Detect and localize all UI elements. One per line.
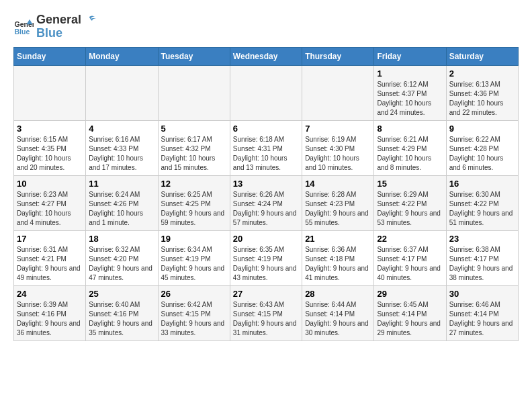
day-number: 12 <box>161 179 227 189</box>
logo-icon: General Blue <box>13 17 34 37</box>
weekday-header-saturday: Saturday <box>446 47 518 65</box>
calendar-day-4: 4Sunrise: 6:16 AM Sunset: 4:33 PM Daylig… <box>86 120 158 175</box>
day-number: 6 <box>233 124 299 134</box>
day-number: 5 <box>161 124 227 134</box>
day-info: Sunrise: 6:44 AM Sunset: 4:14 PM Dayligh… <box>305 300 371 338</box>
day-number: 1 <box>377 68 443 79</box>
day-number: 29 <box>377 289 443 299</box>
day-number: 14 <box>305 179 371 189</box>
calendar-day-27: 27Sunrise: 6:43 AM Sunset: 4:15 PM Dayli… <box>230 285 302 340</box>
calendar-empty-cell <box>158 65 230 120</box>
day-number: 27 <box>233 289 299 299</box>
day-info: Sunrise: 6:29 AM Sunset: 4:22 PM Dayligh… <box>377 190 443 228</box>
calendar-day-10: 10Sunrise: 6:23 AM Sunset: 4:27 PM Dayli… <box>14 175 86 230</box>
weekday-header-row: SundayMondayTuesdayWednesdayThursdayFrid… <box>14 47 519 65</box>
calendar-day-11: 11Sunrise: 6:24 AM Sunset: 4:26 PM Dayli… <box>86 175 158 230</box>
day-number: 25 <box>89 289 154 299</box>
day-number: 18 <box>89 234 154 244</box>
day-info: Sunrise: 6:19 AM Sunset: 4:30 PM Dayligh… <box>305 135 371 173</box>
calendar-body: 1Sunrise: 6:12 AM Sunset: 4:37 PM Daylig… <box>14 65 519 340</box>
svg-text:Blue: Blue <box>15 27 30 35</box>
day-info: Sunrise: 6:17 AM Sunset: 4:32 PM Dayligh… <box>161 135 227 173</box>
logo-blue: Blue <box>36 27 96 40</box>
day-number: 24 <box>17 289 83 299</box>
calendar-empty-cell <box>302 65 374 120</box>
day-info: Sunrise: 6:36 AM Sunset: 4:18 PM Dayligh… <box>305 245 371 283</box>
calendar-day-9: 9Sunrise: 6:22 AM Sunset: 4:28 PM Daylig… <box>446 120 518 175</box>
day-number: 21 <box>305 234 371 244</box>
day-number: 4 <box>89 124 154 134</box>
day-info: Sunrise: 6:21 AM Sunset: 4:29 PM Dayligh… <box>377 135 443 173</box>
day-number: 10 <box>17 179 83 189</box>
logo-bird-icon <box>83 15 96 26</box>
calendar-empty-cell <box>230 65 302 120</box>
calendar-day-12: 12Sunrise: 6:25 AM Sunset: 4:25 PM Dayli… <box>158 175 230 230</box>
day-info: Sunrise: 6:25 AM Sunset: 4:25 PM Dayligh… <box>161 190 227 228</box>
calendar-day-8: 8Sunrise: 6:21 AM Sunset: 4:29 PM Daylig… <box>374 120 446 175</box>
calendar-day-23: 23Sunrise: 6:38 AM Sunset: 4:17 PM Dayli… <box>446 230 518 285</box>
day-info: Sunrise: 6:23 AM Sunset: 4:27 PM Dayligh… <box>17 190 83 228</box>
calendar-day-30: 30Sunrise: 6:46 AM Sunset: 4:14 PM Dayli… <box>446 285 518 340</box>
day-info: Sunrise: 6:42 AM Sunset: 4:15 PM Dayligh… <box>161 300 227 338</box>
day-number: 16 <box>449 179 515 189</box>
day-number: 30 <box>449 289 515 299</box>
day-info: Sunrise: 6:28 AM Sunset: 4:23 PM Dayligh… <box>305 190 371 228</box>
calendar-day-26: 26Sunrise: 6:42 AM Sunset: 4:15 PM Dayli… <box>158 285 230 340</box>
day-info: Sunrise: 6:37 AM Sunset: 4:17 PM Dayligh… <box>377 245 443 283</box>
calendar-day-16: 16Sunrise: 6:30 AM Sunset: 4:22 PM Dayli… <box>446 175 518 230</box>
day-info: Sunrise: 6:16 AM Sunset: 4:33 PM Dayligh… <box>89 135 154 173</box>
calendar-day-24: 24Sunrise: 6:39 AM Sunset: 4:16 PM Dayli… <box>14 285 86 340</box>
day-number: 22 <box>377 234 443 244</box>
day-info: Sunrise: 6:34 AM Sunset: 4:19 PM Dayligh… <box>161 245 227 283</box>
calendar-header: SundayMondayTuesdayWednesdayThursdayFrid… <box>14 47 519 65</box>
day-info: Sunrise: 6:26 AM Sunset: 4:24 PM Dayligh… <box>233 190 299 228</box>
day-info: Sunrise: 6:45 AM Sunset: 4:14 PM Dayligh… <box>377 300 443 338</box>
calendar-week-row: 17Sunrise: 6:31 AM Sunset: 4:21 PM Dayli… <box>14 230 519 285</box>
day-info: Sunrise: 6:43 AM Sunset: 4:15 PM Dayligh… <box>233 300 299 338</box>
calendar-day-19: 19Sunrise: 6:34 AM Sunset: 4:19 PM Dayli… <box>158 230 230 285</box>
calendar-day-14: 14Sunrise: 6:28 AM Sunset: 4:23 PM Dayli… <box>302 175 374 230</box>
logo: General Blue General Blue <box>13 13 96 40</box>
weekday-header-tuesday: Tuesday <box>158 47 230 65</box>
calendar-day-17: 17Sunrise: 6:31 AM Sunset: 4:21 PM Dayli… <box>14 230 86 285</box>
day-info: Sunrise: 6:24 AM Sunset: 4:26 PM Dayligh… <box>89 190 154 228</box>
day-info: Sunrise: 6:18 AM Sunset: 4:31 PM Dayligh… <box>233 135 299 173</box>
day-number: 23 <box>449 234 515 244</box>
day-number: 13 <box>233 179 299 189</box>
day-info: Sunrise: 6:40 AM Sunset: 4:16 PM Dayligh… <box>89 300 154 338</box>
calendar-day-6: 6Sunrise: 6:18 AM Sunset: 4:31 PM Daylig… <box>230 120 302 175</box>
day-number: 8 <box>377 124 443 134</box>
day-number: 28 <box>305 289 371 299</box>
calendar-week-row: 24Sunrise: 6:39 AM Sunset: 4:16 PM Dayli… <box>14 285 519 340</box>
day-info: Sunrise: 6:39 AM Sunset: 4:16 PM Dayligh… <box>17 300 83 338</box>
day-info: Sunrise: 6:13 AM Sunset: 4:36 PM Dayligh… <box>449 80 515 118</box>
weekday-header-wednesday: Wednesday <box>230 47 302 65</box>
day-info: Sunrise: 6:46 AM Sunset: 4:14 PM Dayligh… <box>449 300 515 338</box>
day-number: 15 <box>377 179 443 189</box>
day-number: 9 <box>449 124 515 134</box>
calendar-day-21: 21Sunrise: 6:36 AM Sunset: 4:18 PM Dayli… <box>302 230 374 285</box>
calendar-day-1: 1Sunrise: 6:12 AM Sunset: 4:37 PM Daylig… <box>374 65 446 120</box>
calendar-empty-cell <box>14 65 86 120</box>
calendar-day-28: 28Sunrise: 6:44 AM Sunset: 4:14 PM Dayli… <box>302 285 374 340</box>
day-number: 20 <box>233 234 299 244</box>
calendar-day-13: 13Sunrise: 6:26 AM Sunset: 4:24 PM Dayli… <box>230 175 302 230</box>
calendar-empty-cell <box>86 65 158 120</box>
day-info: Sunrise: 6:38 AM Sunset: 4:17 PM Dayligh… <box>449 245 515 283</box>
day-number: 11 <box>89 179 154 189</box>
calendar-day-5: 5Sunrise: 6:17 AM Sunset: 4:32 PM Daylig… <box>158 120 230 175</box>
calendar-day-20: 20Sunrise: 6:35 AM Sunset: 4:19 PM Dayli… <box>230 230 302 285</box>
weekday-header-sunday: Sunday <box>14 47 86 65</box>
weekday-header-friday: Friday <box>374 47 446 65</box>
calendar-day-29: 29Sunrise: 6:45 AM Sunset: 4:14 PM Dayli… <box>374 285 446 340</box>
day-info: Sunrise: 6:12 AM Sunset: 4:37 PM Dayligh… <box>377 80 443 118</box>
day-info: Sunrise: 6:15 AM Sunset: 4:35 PM Dayligh… <box>17 135 83 173</box>
weekday-header-thursday: Thursday <box>302 47 374 65</box>
day-number: 7 <box>305 124 371 134</box>
calendar-day-15: 15Sunrise: 6:29 AM Sunset: 4:22 PM Dayli… <box>374 175 446 230</box>
day-info: Sunrise: 6:35 AM Sunset: 4:19 PM Dayligh… <box>233 245 299 283</box>
calendar-day-18: 18Sunrise: 6:32 AM Sunset: 4:20 PM Dayli… <box>86 230 158 285</box>
day-info: Sunrise: 6:22 AM Sunset: 4:28 PM Dayligh… <box>449 135 515 173</box>
weekday-header-monday: Monday <box>86 47 158 65</box>
header: General Blue General Blue <box>13 13 519 40</box>
